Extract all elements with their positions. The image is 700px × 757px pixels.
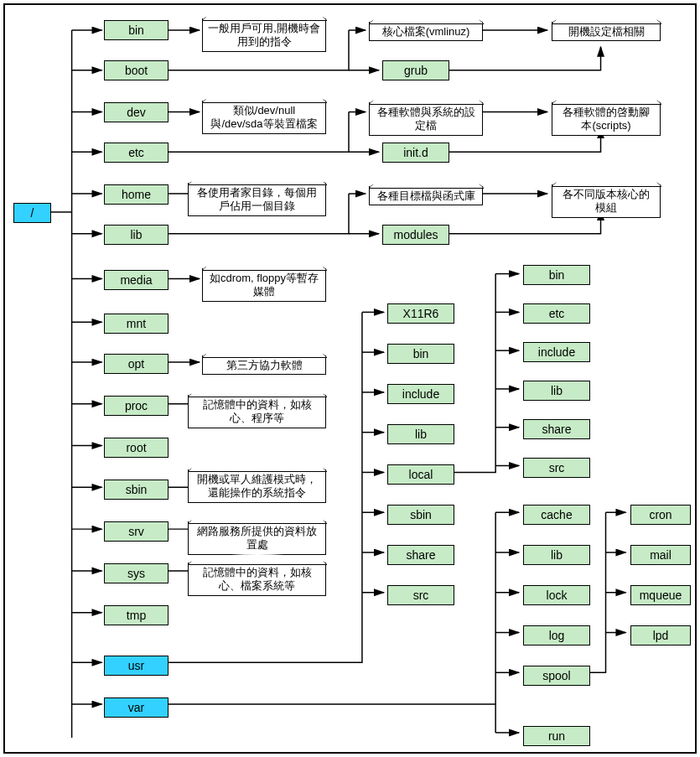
dir-root-slash: / xyxy=(13,203,51,223)
dir-modules: modules xyxy=(382,225,449,245)
dir-sbin: sbin xyxy=(104,480,169,500)
dir-local-bin: bin xyxy=(523,265,590,285)
note-targets: 各種目標檔與函式庫 xyxy=(369,186,483,205)
dir-media: media xyxy=(104,270,169,290)
dir-home: home xyxy=(104,184,169,205)
note-scripts: 各種軟體的啓動腳本(scripts) xyxy=(552,102,661,136)
dir-proc: proc xyxy=(104,396,169,416)
note-opt: 第三方協力軟體 xyxy=(202,355,326,375)
dir-local-etc: etc xyxy=(523,303,590,324)
dir-lib: lib xyxy=(104,225,169,245)
dir-var-lock: lock xyxy=(523,585,590,605)
dir-usr-share: share xyxy=(387,545,454,565)
dir-srv: srv xyxy=(104,521,169,542)
dir-usr: usr xyxy=(104,656,169,676)
note-sys: 記憶體中的資料，如核心、檔案系統等 xyxy=(188,563,326,596)
dir-usr-bin: bin xyxy=(387,344,454,364)
dir-local-lib: lib xyxy=(523,381,590,401)
note-srv: 網路服務所提供的資料放置處 xyxy=(188,521,326,555)
dir-sys: sys xyxy=(104,563,169,583)
note-home: 各使用者家目錄，每個用戶佔用一個目錄 xyxy=(188,183,326,216)
dir-spool-mqueue: mqueue xyxy=(630,585,691,605)
dir-usr-lib: lib xyxy=(387,424,454,444)
dir-local-include: include xyxy=(523,342,590,362)
note-dev: 類似/dev/null與/dev/sda等裝置檔案 xyxy=(202,101,326,134)
dir-local-share: share xyxy=(523,419,590,439)
note-bin: 一般用戶可用,開機時會用到的指令 xyxy=(202,18,326,52)
dir-root: root xyxy=(104,438,169,458)
dir-mnt: mnt xyxy=(104,314,169,334)
dir-var-run: run xyxy=(523,726,590,746)
note-sbin: 開機或單人維護模式時，還能操作的系統指令 xyxy=(188,469,326,503)
directory-tree-diagram: / bin boot dev etc home lib media mnt op… xyxy=(3,3,697,754)
note-etcconf: 各種軟體與系統的設定檔 xyxy=(369,102,483,136)
dir-local-src: src xyxy=(523,458,590,478)
dir-spool-lpd: lpd xyxy=(630,625,691,646)
note-kmod: 各不同版本核心的模組 xyxy=(552,184,661,218)
dir-opt: opt xyxy=(104,354,169,374)
note-bootconf: 開機設定檔相關 xyxy=(552,22,661,41)
dir-initd: init.d xyxy=(382,143,449,163)
dir-tmp: tmp xyxy=(104,605,169,625)
dir-spool-cron: cron xyxy=(630,505,691,525)
dir-usr-x11r6: X11R6 xyxy=(387,303,454,324)
dir-var-lib: lib xyxy=(523,545,590,565)
dir-boot: boot xyxy=(104,60,169,80)
dir-usr-local: local xyxy=(387,464,454,485)
dir-var-cache: cache xyxy=(523,505,590,525)
dir-etc: etc xyxy=(104,143,169,163)
dir-spool-mail: mail xyxy=(630,545,691,565)
dir-usr-sbin: sbin xyxy=(387,505,454,525)
dir-usr-src: src xyxy=(387,585,454,605)
dir-var: var xyxy=(104,697,169,718)
dir-dev: dev xyxy=(104,102,169,122)
note-kernel: 核心檔案(vmlinuz) xyxy=(369,22,483,41)
dir-usr-include: include xyxy=(387,384,454,404)
dir-var-log: log xyxy=(523,625,590,646)
note-media: 如cdrom, floppy等暫存媒體 xyxy=(202,268,326,302)
dir-grub: grub xyxy=(382,60,449,80)
dir-bin: bin xyxy=(104,20,169,40)
note-proc: 記憶體中的資料，如核心、程序等 xyxy=(188,395,326,428)
dir-var-spool: spool xyxy=(523,666,590,686)
